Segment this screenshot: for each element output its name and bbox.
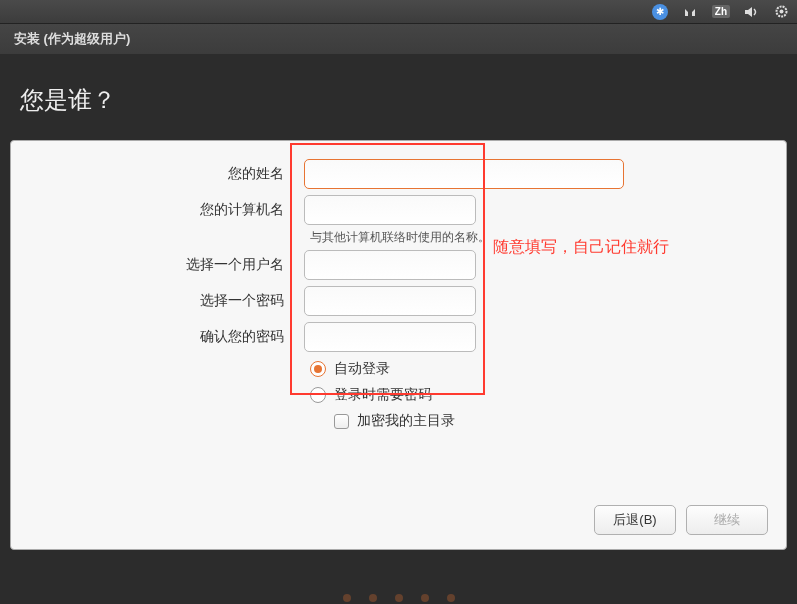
row-computer: 您的计算机名： — [29, 195, 768, 225]
back-button-label: 后退(B) — [613, 511, 656, 529]
system-menubar: ✱ Zh — [0, 0, 797, 24]
input-username[interactable] — [304, 250, 476, 280]
dot-icon — [421, 594, 429, 602]
svg-point-1 — [780, 10, 784, 14]
radio-icon — [310, 387, 326, 403]
input-method-indicator[interactable]: Zh — [712, 5, 730, 18]
label-confirm: 确认您的密码： — [29, 328, 304, 346]
volume-icon[interactable] — [744, 5, 760, 19]
page-heading: 您是谁？ — [0, 54, 797, 136]
accessibility-icon[interactable]: ✱ — [652, 4, 668, 20]
dot-icon — [447, 594, 455, 602]
page-dots — [343, 594, 455, 604]
checkbox-icon — [334, 414, 349, 429]
annotation-text: 随意填写，自己记住就行 — [493, 237, 669, 258]
main-content: 您是谁？ 随意填写，自己记住就行 您的姓名： 您的计算机名： 与其他计算机联络时… — [0, 54, 797, 550]
input-confirm[interactable] — [304, 322, 476, 352]
settings-gear-icon[interactable] — [774, 4, 789, 19]
label-computer: 您的计算机名： — [29, 201, 304, 219]
input-computer[interactable] — [304, 195, 476, 225]
checkbox-encrypt-home[interactable]: 加密我的主目录 — [334, 412, 768, 430]
radio-require-password[interactable]: 登录时需要密码 — [310, 386, 768, 404]
form-panel: 随意填写，自己记住就行 您的姓名： 您的计算机名： 与其他计算机联络时使用的名称… — [10, 140, 787, 550]
dot-icon — [369, 594, 377, 602]
network-icon[interactable] — [682, 5, 698, 19]
window-title: 安装 (作为超级用户) — [14, 30, 130, 48]
checkbox-encrypt-label: 加密我的主目录 — [357, 412, 455, 430]
label-username: 选择一个用户名： — [29, 256, 304, 274]
radio-auto-login-label: 自动登录 — [334, 360, 390, 378]
input-password[interactable] — [304, 286, 476, 316]
row-password: 选择一个密码： — [29, 286, 768, 316]
dot-icon — [343, 594, 351, 602]
dot-icon — [395, 594, 403, 602]
radio-require-password-label: 登录时需要密码 — [334, 386, 432, 404]
radio-icon — [310, 361, 326, 377]
radio-auto-login[interactable]: 自动登录 — [310, 360, 768, 378]
row-name: 您的姓名： — [29, 159, 768, 189]
input-name[interactable] — [304, 159, 624, 189]
window-titlebar: 安装 (作为超级用户) — [0, 24, 797, 54]
label-password: 选择一个密码： — [29, 292, 304, 310]
footer-buttons: 后退(B) 继续 — [594, 505, 768, 535]
back-button[interactable]: 后退(B) — [594, 505, 676, 535]
label-name: 您的姓名： — [29, 165, 304, 183]
continue-button-label: 继续 — [714, 511, 740, 529]
row-confirm: 确认您的密码： — [29, 322, 768, 352]
continue-button[interactable]: 继续 — [686, 505, 768, 535]
